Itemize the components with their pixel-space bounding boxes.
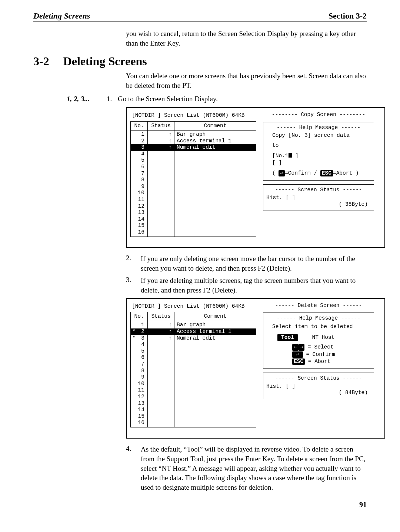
table-row-status: ↑ <box>148 144 174 151</box>
table-row-status <box>148 348 174 355</box>
prev-continuation: you wish to cancel, return to the Screen… <box>126 29 367 48</box>
section-heading: 3-2 Deleting Screens <box>33 54 367 68</box>
table-row-comment <box>174 164 256 171</box>
help-line: ESC = Abort <box>266 358 371 365</box>
left-arrow-key-icon: ← <box>292 344 299 350</box>
esc-key-icon: ESC <box>292 358 305 365</box>
header-left: Deleting Screens <box>33 11 90 21</box>
table-row-status <box>148 407 174 413</box>
table-row-status <box>148 190 174 196</box>
figure-copy-screen: [NOTDIR ] Screen List (NT600M) 64KB No. … <box>126 107 385 248</box>
table-row-comment: Access terminal 1 <box>174 138 256 145</box>
table-row-no: *3 <box>131 335 147 342</box>
header-bar: Deleting Screens Section 3-2 <box>33 11 367 22</box>
table-row-no: 11 <box>131 387 147 394</box>
table-row-comment <box>174 374 256 381</box>
table-row-status: ↑ <box>148 322 174 328</box>
table-row-no: 14 <box>131 216 147 223</box>
table-row-comment <box>174 196 256 203</box>
help-panel: ------ Help Message ------ Copy [No. 3] … <box>263 122 374 181</box>
table-row-status <box>148 413 174 420</box>
status-size: ( 84Byte) <box>266 390 371 396</box>
help-line: [ ] <box>266 160 371 166</box>
table-row-comment <box>174 184 256 190</box>
table-row-comment <box>174 216 256 223</box>
table-row-status: ↑ <box>148 131 174 138</box>
col-comment: Comment <box>174 122 256 130</box>
table-row-no: 14 <box>131 407 147 413</box>
col-comment: Comment <box>174 312 256 321</box>
table-row-no: 9 <box>131 184 147 190</box>
esc-key-icon: ESC <box>320 170 333 176</box>
table-row-comment <box>174 367 256 374</box>
table-row-status <box>148 164 174 171</box>
help-line: to <box>266 142 371 149</box>
help-title: ------ Help Message ------ <box>266 315 371 321</box>
col-status: Status <box>148 122 174 130</box>
tool-option: Tool <box>277 334 298 341</box>
table-header: No. Status Comment <box>131 122 256 130</box>
panel-title-copy: -------- Copy Screen -------- <box>263 112 374 118</box>
fig-a-title: [NOTDIR ] Screen List (NT600M) 64KB <box>130 112 256 121</box>
table-row-status <box>148 420 174 426</box>
help-line: ←→ = Select <box>266 344 371 350</box>
table-row-comment <box>174 420 256 426</box>
table-row-status <box>148 196 174 203</box>
table-row-no: 11 <box>131 196 147 203</box>
table-row-comment <box>174 151 256 158</box>
step-text: Go to the Screen Selection Display. <box>118 94 367 104</box>
table-row-status <box>148 381 174 387</box>
table-row-no: 15 <box>131 413 147 420</box>
table-row-status <box>148 354 174 361</box>
table-row-comment <box>174 157 256 164</box>
table-row-no: 9 <box>131 374 147 381</box>
status-title: ------ Screen Status ------ <box>266 187 371 193</box>
table-row-no: 12 <box>131 203 147 210</box>
table-row-no: 4 <box>131 341 147 348</box>
steps-lead: 1, 2, 3... <box>67 95 107 103</box>
table-row-status <box>148 367 174 374</box>
table-row-status <box>148 151 174 158</box>
fig-b-title: [NOTDIR ] Screen List (NT600M) 64KB <box>130 303 256 312</box>
table-row-no: 1 <box>131 131 147 138</box>
step-2: 2. If you are only deleting one screen m… <box>126 254 367 273</box>
table-row-comment <box>174 413 256 420</box>
help-line: ⏎ = Confirm <box>266 351 371 358</box>
help-line: [No.1 ] <box>266 153 371 159</box>
page: Deleting Screens Section 3-2 you wish to… <box>0 0 400 524</box>
table-row-comment <box>174 190 256 196</box>
table-row-comment <box>174 209 256 216</box>
figure-delete-screen: [NOTDIR ] Screen List (NT600M) 64KB No. … <box>126 298 385 439</box>
table-row-comment <box>174 381 256 387</box>
table-row-status <box>148 216 174 223</box>
table-row-comment <box>174 387 256 394</box>
table-row-status: ↑ <box>148 328 174 335</box>
table-row-comment: Bar graph <box>174 131 256 138</box>
table-row-no: 5 <box>131 348 147 355</box>
table-row-comment <box>174 354 256 361</box>
header-right: Section 3-2 <box>329 11 367 21</box>
table-row-no: 1 <box>131 322 147 328</box>
table-row-comment <box>174 361 256 368</box>
table-row-no: 5 <box>131 157 147 164</box>
table-row-no: 16 <box>131 420 147 426</box>
help-title: ------ Help Message ------ <box>266 125 371 131</box>
table-row-status <box>148 184 174 190</box>
table-row-comment: Numeral edit <box>174 335 256 342</box>
status-hist: Hist. [ ] <box>266 195 371 201</box>
screen-list-box: No. Status Comment 123456789101112131415… <box>130 121 256 237</box>
table-row-status <box>148 341 174 348</box>
step-num: 2. <box>126 254 141 262</box>
table-row-comment <box>174 229 256 236</box>
col-no: No. <box>131 312 148 321</box>
table-row-status <box>148 209 174 216</box>
table-row-no: 8 <box>131 367 147 374</box>
help-line: Select item to be deleted <box>266 324 371 330</box>
table-row-no: 15 <box>131 222 147 229</box>
step-text: If you are deleting multiple screens, ta… <box>141 276 367 295</box>
enter-key-icon: ⏎ <box>279 170 285 176</box>
table-row-no: 2 <box>131 138 147 145</box>
table-row-no: 13 <box>131 209 147 216</box>
page-number: 91 <box>33 500 367 509</box>
step-3: 3. If you are deleting multiple screens,… <box>126 276 367 295</box>
